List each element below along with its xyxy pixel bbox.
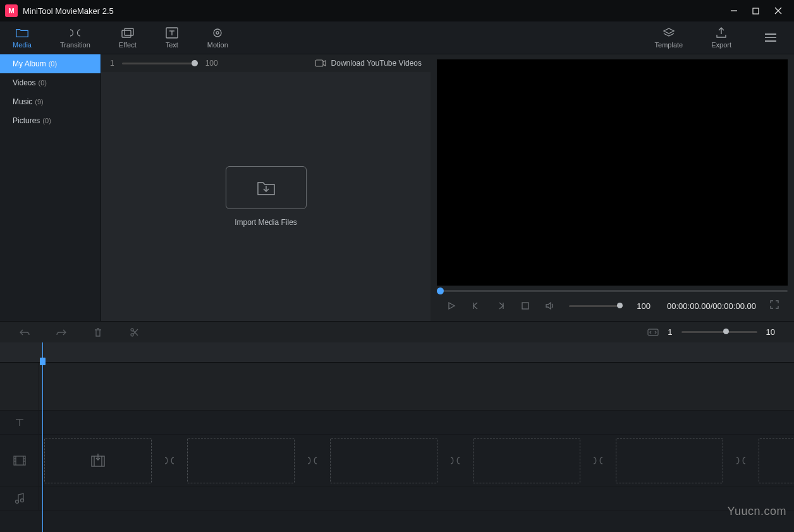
timeline-zoom-min: 1 [668,327,672,337]
track-body[interactable] [39,435,794,486]
sidebar-item-count: (0) [42,117,51,124]
transition-icon [68,27,82,39]
track-head [0,363,39,410]
main-toolbar: Media Transition Effect Text Motion Temp… [0,21,794,54]
export-icon [714,27,728,39]
fullscreen-button[interactable] [770,300,779,311]
sidebar-item-count: (0) [38,79,46,87]
clip-slot[interactable] [759,438,794,483]
stop-button[interactable] [520,300,530,311]
sidebar-item-count: (0) [49,60,57,68]
effect-icon [121,27,135,39]
text-track-icon [0,411,39,434]
template-button[interactable]: Template [655,27,683,49]
transition-slot[interactable] [590,453,606,468]
sidebar-item-label: Videos [13,78,35,87]
track-body[interactable] [39,411,794,434]
sidebar-item-pictures[interactable]: Pictures (0) [0,111,101,130]
timeline-spacer [0,363,794,411]
audio-track-icon [0,487,39,510]
text-icon [165,27,179,39]
play-button[interactable] [446,300,456,311]
seek-track[interactable] [437,290,788,292]
clip-slot[interactable] [44,438,152,483]
seek-thumb[interactable] [437,287,444,294]
next-frame-button[interactable] [495,300,506,311]
media-panel-header: 1 100 Download YouTube Videos [101,54,431,72]
audio-track[interactable] [0,487,794,511]
volume-slider[interactable] [569,305,623,307]
undo-button[interactable] [19,327,30,338]
thumb-zoom-max: 100 [205,59,218,68]
thumb-zoom-slider[interactable] [122,63,198,64]
svg-rect-4 [122,30,131,37]
transition-slot[interactable] [162,453,177,468]
video-download-icon [315,59,326,68]
motion-icon [211,27,224,39]
split-button[interactable] [129,327,140,338]
zoom-thumb[interactable] [723,329,729,334]
import-media-label: Import Media Files [235,218,297,227]
delete-button[interactable] [92,327,104,338]
media-sidebar: My Album (0) Videos (0) Music (9) Pictur… [0,54,101,321]
download-youtube-link[interactable]: Download YouTube Videos [315,59,422,68]
clip-import-icon [90,454,106,468]
timeline-zoom-max: 10 [766,327,775,337]
clip-slot[interactable] [187,438,295,483]
redo-button[interactable] [56,327,67,338]
tab-transition[interactable]: Transition [60,27,90,49]
preview-panel: 100 00:00:00.00/00:00:00.00 [431,54,794,321]
svg-point-10 [216,32,219,34]
slider-thumb[interactable] [192,60,198,66]
preview-seek-bar[interactable] [437,286,788,296]
toolbar-right-group: Template Export [655,27,781,49]
maximize-button[interactable] [745,0,767,21]
playhead-handle[interactable] [40,358,46,365]
template-icon [662,27,676,39]
clip-slot[interactable] [330,438,437,483]
menu-button[interactable] [760,28,781,47]
minimize-button[interactable] [723,0,745,21]
volume-thumb[interactable] [617,303,623,308]
folder-download-icon [257,179,276,196]
timeline-ruler[interactable] [0,342,794,363]
playhead[interactable] [42,342,43,532]
svg-rect-5 [125,28,133,35]
preview-viewport [437,59,788,286]
volume-button[interactable] [544,300,555,311]
clip-slot[interactable] [473,438,580,483]
transition-slot[interactable] [305,453,320,468]
sidebar-item-label: My Album [13,59,46,68]
clip-slot[interactable] [616,438,723,483]
tab-text[interactable]: Text [165,27,179,49]
svg-point-9 [214,29,221,37]
sidebar-item-myalbum[interactable]: My Album (0) [0,54,101,73]
text-track[interactable] [0,411,794,435]
app-title: MiniTool MovieMaker 2.5 [23,6,723,16]
tab-label: Media [13,41,32,49]
transition-slot[interactable] [733,453,748,468]
sidebar-item-videos[interactable]: Videos (0) [0,73,101,92]
transition-slot[interactable] [448,453,463,468]
timeline-zoom-slider[interactable] [681,331,757,333]
title-bar: M MiniTool MovieMaker 2.5 [0,0,794,21]
tab-motion[interactable]: Motion [207,27,228,49]
media-panel: 1 100 Download YouTube Videos Import Med… [101,54,431,321]
video-track[interactable] [0,435,794,487]
tab-label: Text [166,41,178,49]
fit-button[interactable] [647,327,659,338]
preview-controls: 100 00:00:00.00/00:00:00.00 [437,296,788,316]
timeline-toolbar: 1 10 [0,321,794,342]
thumb-zoom-min: 1 [110,59,114,68]
prev-frame-button[interactable] [470,300,481,311]
sidebar-item-music[interactable]: Music (9) [0,92,101,111]
tab-media[interactable]: Media [13,27,32,49]
tab-label: Motion [207,41,228,49]
svg-rect-11 [315,60,323,66]
close-button[interactable] [767,0,789,21]
track-body[interactable] [39,487,794,510]
tab-effect[interactable]: Effect [119,27,137,49]
export-button[interactable]: Export [711,27,731,49]
app-logo: M [5,4,18,17]
import-media-button[interactable] [226,166,307,209]
